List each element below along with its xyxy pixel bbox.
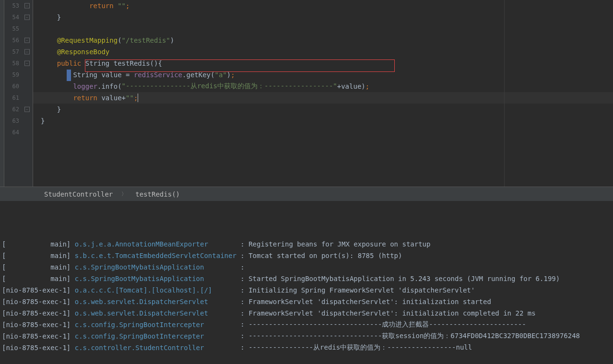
code-line[interactable]: logger.info("----------------从redis中获取的值…	[33, 81, 613, 92]
log-line[interactable]: [ main] c.s.SpringBootMybatisApplication…	[2, 273, 611, 284]
console-output[interactable]: [ main] o.s.j.e.a.AnnotationMBeanExporte…	[0, 236, 613, 364]
log-line[interactable]: [nio-8785-exec-1] o.a.c.c.C.[Tomcat].[lo…	[2, 284, 611, 296]
code-line[interactable]: }	[33, 115, 613, 127]
fold-icon[interactable]: −	[24, 3, 30, 9]
log-line[interactable]: [ main] o.s.j.e.a.AnnotationMBeanExporte…	[2, 238, 611, 250]
gutter-line[interactable]: 62−	[4, 104, 33, 115]
code-line[interactable]: @ResponseBody	[33, 46, 613, 58]
code-line[interactable]	[33, 23, 613, 35]
gutter-line[interactable]: 57−	[4, 46, 33, 58]
gutter-line[interactable]: 61	[4, 92, 33, 104]
log-line[interactable]: [nio-8785-exec-1] o.s.web.servlet.Dispat…	[2, 307, 611, 319]
gutter-line[interactable]: 53−	[4, 0, 33, 12]
gutter-line[interactable]: 59	[4, 69, 33, 81]
gutter-line[interactable]: 63	[4, 115, 33, 127]
chevron-right-icon: 〉	[121, 190, 127, 198]
breadcrumb[interactable]: StudentController 〉 testRedis()	[0, 187, 613, 201]
code-line[interactable]: }	[33, 12, 613, 23]
gutter-line[interactable]: 60	[4, 81, 33, 92]
fold-icon[interactable]: −	[24, 61, 30, 66]
blue-gutter-mark	[67, 70, 71, 81]
right-margin-line	[504, 0, 505, 187]
gutter[interactable]: 53−54−5556−57−58−59606162−6364	[4, 0, 33, 187]
code-line[interactable]	[33, 127, 613, 138]
fold-icon[interactable]: −	[24, 49, 30, 55]
code-line[interactable]: }	[33, 104, 613, 115]
fold-icon[interactable]: −	[24, 107, 30, 112]
gutter-line[interactable]: 54−	[4, 12, 33, 23]
gutter-line[interactable]: 56−	[4, 35, 33, 46]
log-line[interactable]: [ main] c.s.SpringBootMybatisApplication…	[2, 261, 611, 273]
breadcrumb-class[interactable]: StudentController	[44, 190, 113, 198]
code-line[interactable]: public String testRedis(){	[33, 58, 613, 69]
gutter-line[interactable]: 64	[4, 127, 33, 138]
code-area[interactable]: return ""; } @RequestMapping("/testRedis…	[33, 0, 613, 187]
breadcrumb-method[interactable]: testRedis()	[135, 190, 180, 198]
fold-icon[interactable]: −	[24, 15, 30, 20]
log-line[interactable]: [nio-8785-exec-1] c.s.config.SpringBootI…	[2, 319, 611, 330]
gutter-line[interactable]: 55	[4, 23, 33, 35]
text-caret	[138, 94, 138, 102]
side-strip	[0, 0, 4, 187]
log-line[interactable]: [nio-8785-exec-1] o.s.web.servlet.Dispat…	[2, 296, 611, 307]
console-spacer	[0, 201, 613, 236]
fold-icon[interactable]: −	[24, 38, 30, 43]
log-line[interactable]: [ main] s.b.c.e.t.TomcatEmbeddedServletC…	[2, 250, 611, 261]
code-line[interactable]: @RequestMapping("/testRedis")	[33, 35, 613, 46]
log-line[interactable]: [nio-8785-exec-1] c.s.controller.Student…	[2, 342, 611, 353]
code-line[interactable]: String value = redisService.getKey("a");	[33, 69, 613, 81]
code-line[interactable]: return "";	[33, 0, 613, 12]
log-line[interactable]: [nio-8785-exec-1] c.s.config.SpringBootI…	[2, 330, 611, 342]
code-line[interactable]: return value+"";	[33, 92, 613, 104]
gutter-line[interactable]: 58−	[4, 58, 33, 69]
code-editor[interactable]: 53−54−5556−57−58−59606162−6364 return ""…	[0, 0, 613, 187]
